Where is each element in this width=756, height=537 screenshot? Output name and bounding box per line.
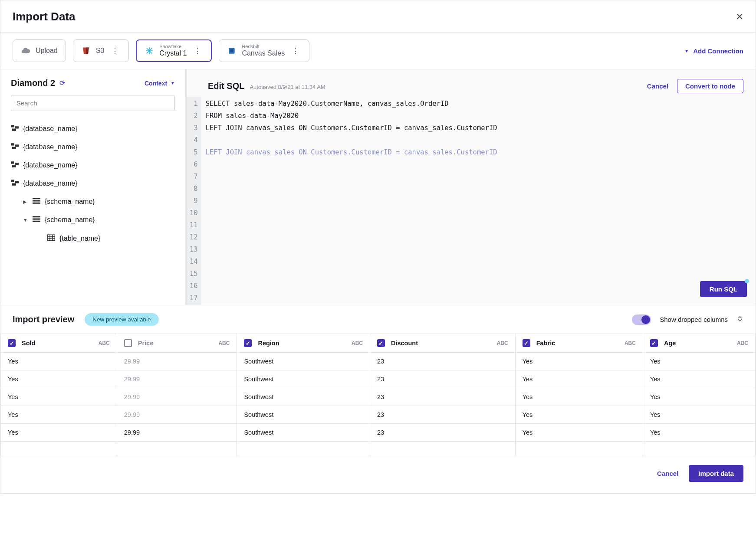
table-cell: 23 [370,406,515,424]
column-checkbox[interactable]: ✓ [8,339,16,347]
snowflake-small-label: Snowflake [159,44,181,49]
svg-rect-2 [11,125,14,127]
close-button[interactable]: ✕ [736,11,743,23]
svg-rect-9 [15,163,19,165]
run-sql-button[interactable]: Run SQL [700,281,747,297]
table-cell: Yes [515,370,643,388]
tree-item-table[interactable]: {table_name} [11,229,175,248]
column-name: Discount [391,340,418,347]
tree-item-label: {schema_name} [45,216,95,224]
import-data-button[interactable]: Import data [689,465,743,482]
footer-cancel-button[interactable]: Cancel [657,470,678,477]
schema-icon [33,198,40,206]
column-header[interactable]: ✓FabricABC [515,334,643,353]
close-icon: ✕ [736,11,743,22]
column-type: ABC [737,340,748,346]
column-type: ABC [625,340,636,346]
svg-rect-18 [33,219,40,220]
tree-item-label: {database_name} [23,180,77,187]
column-type: ABC [352,340,363,346]
column-header[interactable]: ✓AgeABC [643,334,755,353]
refresh-icon[interactable]: ⟳ [59,79,65,87]
tree-item-database[interactable]: {database_name} [11,138,175,156]
schema-icon [33,216,40,224]
tree-item-database[interactable]: {database_name} [11,174,175,193]
tree-item-label: {schema_name} [45,198,95,206]
column-name: Region [258,340,279,347]
preview-title: Import preview [13,314,74,324]
upload-source-button[interactable]: Upload [13,39,66,62]
column-header[interactable]: ✓DiscountABC [370,334,515,353]
collapse-icon[interactable] [736,315,743,324]
caret-right-icon: ▶ [23,199,28,205]
table-cell: Yes [643,406,755,424]
tree-item-database[interactable]: {database_name} [11,156,175,174]
svg-rect-16 [33,203,40,204]
editor-cancel-button[interactable]: Cancel [647,82,668,90]
s3-label: S3 [96,47,105,55]
column-checkbox[interactable]: ✓ [650,339,658,347]
code-line [206,170,497,183]
convert-to-node-button[interactable]: Convert to node [677,79,743,93]
svg-rect-3 [15,126,19,128]
redshift-source-button[interactable]: Redshift Canvas Sales ⋮ [219,39,309,62]
code-line [206,207,497,219]
kebab-icon[interactable]: ⋮ [290,46,301,56]
column-checkbox[interactable]: ✓ [523,339,530,347]
caret-down-icon: ▼ [23,217,28,223]
tree-item-schema[interactable]: ▼ {schema_name} [11,211,175,229]
context-dropdown[interactable]: Context ▼ [145,80,175,87]
table-cell: 29.99 [117,388,237,406]
svg-rect-13 [12,183,16,186]
tree-item-label: {table_name} [59,235,100,242]
column-checkbox[interactable]: ✓ [377,339,385,347]
column-checkbox[interactable] [124,339,132,347]
svg-rect-17 [33,216,40,217]
svg-rect-12 [15,181,19,183]
table-cell: Yes [515,424,643,442]
table-cell: Yes [1,370,117,388]
column-header[interactable]: PriceABC [117,334,237,353]
code-line [206,134,497,146]
column-name: Age [664,340,676,347]
new-preview-pill[interactable]: New preview available [85,313,158,326]
kebab-icon[interactable]: ⋮ [192,46,203,56]
search-input[interactable] [11,95,175,111]
column-header[interactable]: ✓RegionABC [237,334,370,353]
sql-editor[interactable]: SELECT sales-data-May2020.CustomerName, … [201,97,502,305]
column-header[interactable]: ✓SoldABC [1,334,117,353]
table-cell: Yes [515,388,643,406]
show-dropped-toggle[interactable] [632,314,651,325]
code-line: LEFT JOIN canvas_sales ON Customers.Cust… [206,122,497,134]
tree-item-database[interactable]: {database_name} [11,120,175,138]
column-name: Price [138,340,153,347]
table-cell: Southwest [237,406,370,424]
table-cell: 29.99 [117,424,237,442]
add-connection-button[interactable]: ▼ Add Connection [684,47,743,55]
svg-rect-19 [33,221,40,222]
column-checkbox[interactable]: ✓ [244,339,252,347]
database-icon [11,180,19,187]
tree-item-schema[interactable]: ▶ {schema_name} [11,193,175,211]
snowflake-source-button[interactable]: Snowflake Crystal 1 ⋮ [136,39,212,62]
database-icon [11,125,19,133]
line-gutter: 1234567891011121314151617 [187,97,201,305]
table-cell: 29.99 [117,353,237,370]
context-label: Context [145,80,167,87]
column-type: ABC [218,340,230,346]
table-cell: 29.99 [117,370,237,388]
code-line [206,243,497,255]
code-line [206,195,497,207]
add-connection-label: Add Connection [693,47,743,55]
table-cell: 29.99 [117,406,237,424]
redshift-icon [227,46,237,56]
code-line [206,255,497,268]
database-icon [11,143,19,151]
table-row: Yes29.99Southwest23YesYes [1,353,756,370]
toggle-label: Show dropped columns [660,316,728,323]
s3-source-button[interactable]: S3 ⋮ [73,39,129,62]
kebab-icon[interactable]: ⋮ [109,46,121,56]
table-cell: Yes [1,424,117,442]
preview-table: ✓SoldABCPriceABC✓RegionABC✓DiscountABC✓F… [0,334,756,456]
caret-down-icon: ▼ [684,49,689,53]
